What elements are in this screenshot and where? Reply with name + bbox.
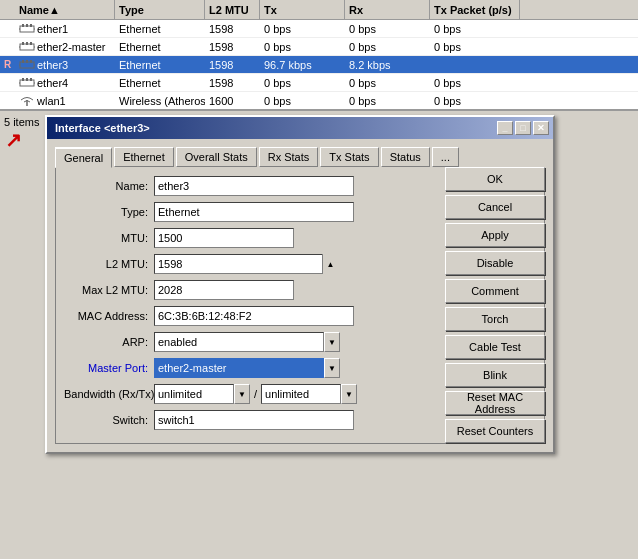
row-txpkt: 0 bps [430, 41, 520, 53]
row-name: ether4 [15, 77, 115, 89]
tab-overall-stats[interactable]: Overall Stats [176, 147, 257, 167]
row-tx: 0 bps [260, 95, 345, 107]
table-header: Name ▲ Type L2 MTU Tx Rx Tx Packet (p/s) [0, 0, 638, 20]
row-tx: 0 bps [260, 23, 345, 35]
switch-label: Switch: [64, 414, 154, 426]
row-l2mtu: 1598 [205, 23, 260, 35]
tab-rx-stats[interactable]: Rx Stats [259, 147, 319, 167]
row-type: Ethernet [115, 41, 205, 53]
wifi-icon [19, 95, 35, 107]
tab-ethernet[interactable]: Ethernet [114, 147, 174, 167]
type-label: Type: [64, 206, 154, 218]
minimize-button[interactable]: _ [497, 121, 513, 135]
l2mtu-scroll-btn[interactable]: ▲ [322, 254, 338, 274]
tab-bar: General Ethernet Overall Stats Rx Stats … [51, 143, 549, 167]
col-header-l2mtu[interactable]: L2 MTU [205, 0, 260, 19]
col-header-name[interactable]: Name ▲ [15, 0, 115, 19]
ethernet-icon [19, 59, 35, 71]
col-header-rx[interactable]: Rx [345, 0, 430, 19]
ethernet-icon [19, 77, 35, 89]
tab-general[interactable]: General [55, 147, 112, 168]
master-port-dropdown-btn[interactable]: ▼ [324, 358, 340, 378]
titlebar-controls: _ □ ✕ [497, 121, 549, 135]
ethernet-icon [19, 23, 35, 35]
row-name: ether3 [15, 59, 115, 71]
row-name: wlan1 [15, 95, 115, 107]
ok-button[interactable]: OK [445, 167, 545, 191]
comment-button[interactable]: Comment [445, 279, 545, 303]
name-input[interactable] [154, 176, 354, 196]
bandwidth-inputs: ▼ / ▼ [154, 384, 357, 404]
blink-button[interactable]: Blink [445, 363, 545, 387]
bandwidth-rx-btn[interactable]: ▼ [234, 384, 250, 404]
max-l2mtu-label: Max L2 MTU: [64, 284, 154, 296]
mtu-label: MTU: [64, 232, 154, 244]
row-txpkt: 0 bps [430, 95, 520, 107]
l2mtu-label: L2 MTU: [64, 258, 154, 270]
row-tx: 0 bps [260, 41, 345, 53]
bandwidth-slash: / [254, 388, 257, 400]
row-txpkt: 0 bps [430, 23, 520, 35]
interfaces-table: Name ▲ Type L2 MTU Tx Rx Tx Packet (p/s)… [0, 0, 638, 110]
master-port-input[interactable] [154, 358, 324, 378]
maximize-button[interactable]: □ [515, 121, 531, 135]
ethernet-icon [19, 41, 35, 53]
bandwidth-tx-input[interactable] [261, 384, 341, 404]
svg-rect-8 [26, 42, 28, 45]
table-row[interactable]: ether4Ethernet15980 bps0 bps0 bps [0, 74, 638, 92]
bandwidth-rx-input[interactable] [154, 384, 234, 404]
apply-button[interactable]: Apply [445, 223, 545, 247]
row-marker: R [0, 59, 15, 70]
bandwidth-tx-btn[interactable]: ▼ [341, 384, 357, 404]
master-port-dropdown-wrap: ▼ [154, 358, 340, 378]
reset-counters-button[interactable]: Reset Counters [445, 419, 545, 443]
tab-tx-stats[interactable]: Tx Stats [320, 147, 378, 167]
arp-input[interactable] [154, 332, 324, 352]
col-header-tx[interactable]: Tx [260, 0, 345, 19]
svg-rect-19 [22, 78, 24, 81]
svg-rect-14 [26, 60, 28, 63]
mac-label: MAC Address: [64, 310, 154, 322]
table-row[interactable]: R ether3Ethernet159896.7 kbps8.2 kbps [0, 56, 638, 74]
row-l2mtu: 1600 [205, 95, 260, 107]
svg-rect-15 [30, 60, 32, 63]
row-tx: 96.7 kbps [260, 59, 345, 71]
svg-rect-9 [30, 42, 32, 45]
row-name: ether2-master [15, 41, 115, 53]
svg-rect-21 [30, 78, 32, 81]
table-body: ether1Ethernet15980 bps0 bps0 bps ether2… [0, 20, 638, 110]
torch-button[interactable]: Torch [445, 307, 545, 331]
row-rx: 0 bps [345, 41, 430, 53]
reset-mac-button[interactable]: Reset MAC Address [445, 391, 545, 415]
dialog-title: Interface <ether3> [55, 122, 150, 134]
row-rx: 0 bps [345, 95, 430, 107]
svg-rect-3 [30, 24, 32, 27]
svg-rect-13 [22, 60, 24, 63]
mac-input[interactable] [154, 306, 354, 326]
row-l2mtu: 1598 [205, 41, 260, 53]
l2mtu-input[interactable] [154, 254, 338, 274]
row-rx: 0 bps [345, 77, 430, 89]
cable-test-button[interactable]: Cable Test [445, 335, 545, 359]
dialog-titlebar: Interface <ether3> _ □ ✕ [47, 117, 553, 139]
svg-rect-20 [26, 78, 28, 81]
table-row[interactable]: ether1Ethernet15980 bps0 bps0 bps [0, 20, 638, 38]
table-row[interactable]: ether2-masterEthernet15980 bps0 bps0 bps [0, 38, 638, 56]
tab-status[interactable]: Status [381, 147, 430, 167]
switch-input [154, 410, 354, 430]
close-button[interactable]: ✕ [533, 121, 549, 135]
bandwidth-rx-wrap: ▼ [154, 384, 250, 404]
arp-label: ARP: [64, 336, 154, 348]
row-name: ether1 [15, 23, 115, 35]
cancel-button[interactable]: Cancel [445, 195, 545, 219]
arp-dropdown-btn[interactable]: ▼ [324, 332, 340, 352]
row-type: Ethernet [115, 23, 205, 35]
tab-more[interactable]: ... [432, 147, 459, 167]
col-header-type[interactable]: Type [115, 0, 205, 19]
col-header-txpkt[interactable]: Tx Packet (p/s) [430, 0, 520, 19]
table-row[interactable]: wlan1Wireless (Atheros AR9...16000 bps0 … [0, 92, 638, 110]
max-l2mtu-input [154, 280, 294, 300]
disable-button[interactable]: Disable [445, 251, 545, 275]
mtu-input[interactable] [154, 228, 294, 248]
type-input[interactable] [154, 202, 354, 222]
